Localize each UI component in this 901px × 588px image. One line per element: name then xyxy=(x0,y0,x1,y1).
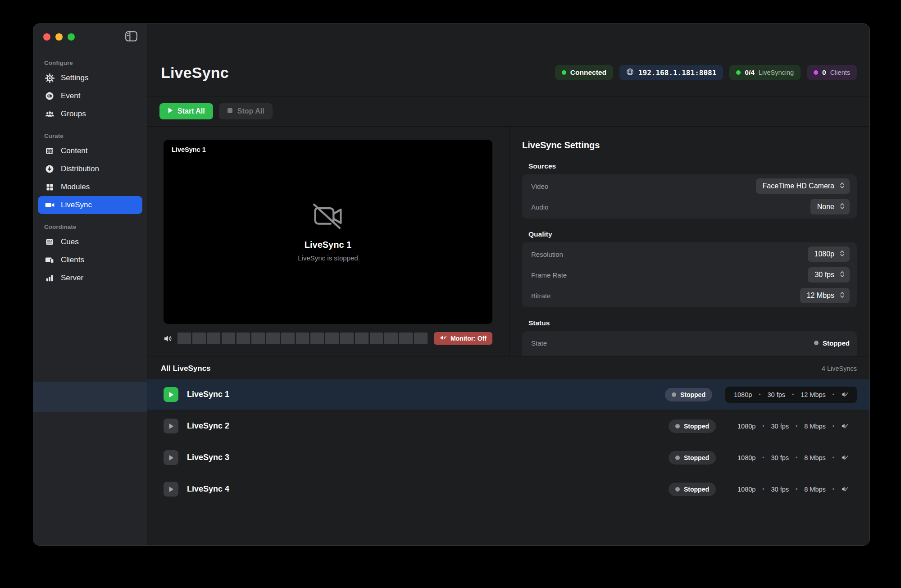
audio-level-meter xyxy=(177,333,428,344)
sidebar-item-server[interactable]: Server xyxy=(38,269,142,287)
clients-count-badge: 0 Clients xyxy=(807,65,857,80)
spec-value: 30 fps xyxy=(752,391,785,398)
audio-meter-segment xyxy=(310,333,324,344)
minimize-window-button[interactable] xyxy=(55,33,63,41)
video-select[interactable]: FaceTime HD Camera xyxy=(756,178,850,194)
preview-subtitle: LiveSync is stopped xyxy=(298,254,358,262)
gray-status-dot-icon xyxy=(672,392,676,397)
muted-speaker-icon xyxy=(826,423,848,429)
muted-speaker-icon xyxy=(826,392,848,398)
gear-icon xyxy=(44,73,55,83)
bar-chart-icon xyxy=(44,273,55,283)
audio-meter-segment xyxy=(177,333,191,344)
sidebar-item-clients[interactable]: Clients xyxy=(38,251,142,269)
sidebar-item-label: Modules xyxy=(61,182,90,191)
livesync-row-livesync-4[interactable]: LiveSync 4Stopped1080p30 fps8 Mbps xyxy=(147,474,869,504)
frame-rate-select[interactable]: 30 fps xyxy=(808,267,850,283)
sidebar-section: CurateContentDistributionModulesLiveSync xyxy=(33,130,147,214)
status-badge-label: Stopped xyxy=(680,391,705,398)
play-icon xyxy=(168,107,173,115)
audio-meter-segment xyxy=(222,333,235,344)
status-text: Stopped xyxy=(823,339,850,347)
sidebar-item-modules[interactable]: Modules xyxy=(38,178,142,196)
audio-meter-segment xyxy=(399,333,413,344)
livesync-row-livesync-2[interactable]: LiveSync 2Stopped1080p30 fps8 Mbps xyxy=(147,411,869,441)
resolution-select[interactable]: 1080p xyxy=(808,246,850,262)
sidebar-item-label: Clients xyxy=(61,255,84,264)
chevron-up-down-icon xyxy=(840,182,845,191)
sidebar-item-label: Settings xyxy=(61,73,88,82)
stop-all-button[interactable]: Stop All xyxy=(219,103,273,119)
start-all-button[interactable]: Start All xyxy=(159,103,213,119)
list-icon xyxy=(44,237,55,246)
status-badge: Stopped xyxy=(669,451,716,465)
close-window-button[interactable] xyxy=(43,33,50,41)
livesync-row-name: LiveSync 4 xyxy=(187,484,669,494)
audio-select[interactable]: None xyxy=(810,199,850,214)
settings-title: LiveSync Settings xyxy=(522,140,857,150)
spec-value: 1080p xyxy=(737,423,755,430)
settings-row-label: Frame Rate xyxy=(531,271,567,279)
start-all-label: Start All xyxy=(177,107,205,115)
sidebar-item-label: LiveSync xyxy=(61,201,92,210)
status-badge-label: Stopped xyxy=(684,486,709,493)
sidebar-item-label: Server xyxy=(61,273,83,283)
settings-card: VideoFaceTime HD CameraAudioNone xyxy=(522,174,857,219)
zoom-window-button[interactable] xyxy=(68,33,75,41)
status-badge-label: Stopped xyxy=(684,454,709,461)
audio-meter-segment xyxy=(237,333,250,344)
sidebar-toggle-button[interactable] xyxy=(124,30,138,44)
sidebar-item-settings[interactable]: Settings xyxy=(38,69,142,87)
sidebar-item-label: Groups xyxy=(61,109,86,119)
page-title: LiveSync xyxy=(161,64,229,82)
play-button[interactable] xyxy=(164,450,178,465)
people-icon xyxy=(44,109,55,119)
livesync-row-livesync-3[interactable]: LiveSync 3Stopped1080p30 fps8 Mbps xyxy=(147,442,869,473)
sidebar-item-cues[interactable]: Cues xyxy=(38,233,142,251)
spec-value: 8 Mbps xyxy=(789,486,826,493)
preview-placeholder: LiveSync 1 LiveSync is stopped xyxy=(164,140,492,324)
muted-speaker-icon xyxy=(440,335,447,342)
play-button[interactable] xyxy=(164,387,178,402)
spec-value: 30 fps xyxy=(755,486,789,493)
gray-status-dot-icon xyxy=(675,424,680,428)
desktop-background: ConfigureSettingsEventGroupsCurateConten… xyxy=(0,0,901,588)
spec-value: 30 fps xyxy=(755,423,789,430)
sidebar-item-livesync[interactable]: LiveSync xyxy=(38,196,142,214)
audio-meter-segment xyxy=(207,333,221,344)
livesyncing-count-badge: 0/4 LiveSyncing xyxy=(729,65,801,80)
sidebar-item-groups[interactable]: Groups xyxy=(38,105,142,123)
sidebar-nav: ConfigureSettingsEventGroupsCurateConten… xyxy=(33,57,147,287)
sidebar-item-event[interactable]: Event xyxy=(38,87,142,105)
settings-row-state: StateStopped xyxy=(522,333,857,353)
sidebar-section: ConfigureSettingsEventGroups xyxy=(33,57,147,123)
livesync-row-name: LiveSync 2 xyxy=(187,421,669,431)
gray-status-dot-icon xyxy=(814,341,819,345)
list-header: All LiveSyncs 4 LiveSyncs xyxy=(147,356,869,379)
audio-meter-segment xyxy=(296,333,309,344)
status-badge: Stopped xyxy=(669,483,716,496)
chevron-up-down-icon xyxy=(840,291,845,301)
gray-status-dot-icon xyxy=(675,487,680,492)
sidebar-item-distribution[interactable]: Distribution xyxy=(38,160,142,178)
spec-value: 8 Mbps xyxy=(789,423,826,430)
livesync-row-livesync-1[interactable]: LiveSync 1Stopped1080p30 fps12 Mbps xyxy=(147,379,869,410)
bitrate-select[interactable]: 12 Mbps xyxy=(800,288,850,303)
monitor-toggle-button[interactable]: Monitor: Off xyxy=(434,332,492,345)
sidebar-toggle-icon xyxy=(125,31,137,43)
list-title: All LiveSyncs xyxy=(161,364,211,373)
preview-title: LiveSync 1 xyxy=(305,240,352,250)
settings-row-label: Resolution xyxy=(531,251,563,258)
audio-meter-segment xyxy=(325,333,339,344)
sidebar-item-label: Cues xyxy=(61,237,79,246)
camera-off-icon xyxy=(310,202,346,232)
status-badge-label: Stopped xyxy=(684,423,709,430)
sidebar-item-content[interactable]: Content xyxy=(38,142,142,160)
play-button[interactable] xyxy=(164,482,178,497)
list-count: 4 LiveSyncs xyxy=(822,365,857,372)
devices-icon xyxy=(44,255,55,264)
settings-sections: SourcesVideoFaceTime HD CameraAudioNoneQ… xyxy=(522,162,857,356)
status-badge: Stopped xyxy=(669,419,716,433)
audio-meter-segment xyxy=(192,333,206,344)
play-button[interactable] xyxy=(164,419,178,433)
